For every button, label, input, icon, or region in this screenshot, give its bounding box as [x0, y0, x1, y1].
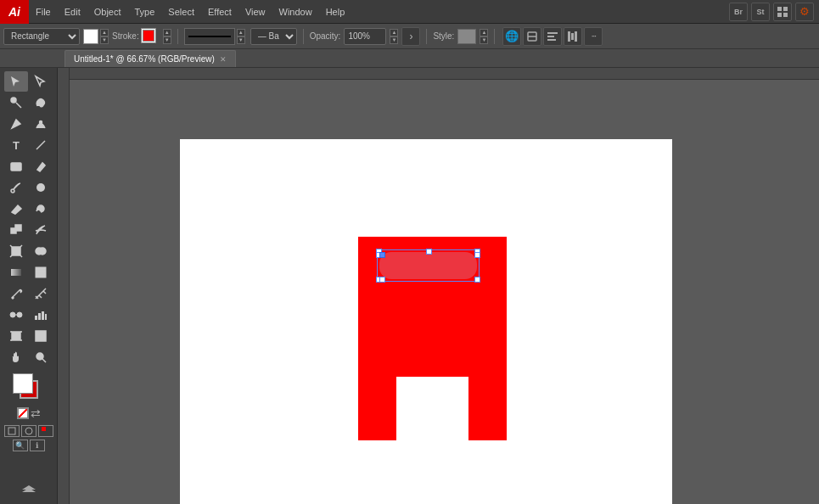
stroke-weight-down[interactable]: ▼: [237, 36, 245, 44]
svg-point-18: [11, 189, 14, 193]
document-tab[interactable]: Untitled-1* @ 66.67% (RGB/Preview) ✕: [65, 50, 236, 67]
measure-tool-btn[interactable]: [29, 283, 53, 304]
menu-file[interactable]: File: [29, 0, 58, 23]
tool-row-6: [4, 177, 53, 198]
style-up[interactable]: ▲: [480, 29, 488, 36]
align-left-icon-btn[interactable]: [543, 27, 562, 46]
artboard-tool-btn[interactable]: [4, 326, 28, 346]
opacity-stepper: ▲ ▼: [390, 29, 398, 44]
opacity-up[interactable]: ▲: [390, 29, 398, 36]
menu-view[interactable]: View: [238, 0, 272, 23]
pencil-tool-btn[interactable]: [29, 156, 53, 176]
slice-tool-btn[interactable]: [29, 326, 53, 346]
pen-tool-btn[interactable]: [4, 114, 28, 134]
style-swatch[interactable]: [457, 29, 476, 44]
stroke-weight-group: ▲ ▼: [184, 28, 245, 45]
variable-width-selector[interactable]: — Basic: [250, 28, 297, 45]
menu-edit[interactable]: Edit: [58, 0, 87, 23]
menu-effect[interactable]: Effect: [201, 0, 238, 23]
gradient-tool-btn[interactable]: [4, 262, 28, 283]
vertical-ruler: [58, 68, 70, 504]
search-btn[interactable]: 🔍: [13, 440, 28, 451]
sync-icon-btn[interactable]: ⚙: [795, 3, 814, 21]
line-tool-btn[interactable]: [29, 135, 53, 155]
none-swap-row: ⇄: [17, 407, 41, 419]
handle-mr[interactable]: [474, 252, 480, 258]
opacity-input[interactable]: [344, 28, 386, 45]
type-tool-btn[interactable]: T: [4, 135, 28, 155]
opacity-more-btn[interactable]: ›: [401, 27, 420, 46]
transform-icon-btn[interactable]: [523, 27, 541, 46]
stock-icon-btn[interactable]: St: [751, 3, 770, 21]
tool-row-4: T: [4, 135, 53, 155]
zoom-tool-btn[interactable]: [29, 347, 53, 367]
tool-row-2: [4, 92, 53, 113]
svg-rect-60: [42, 427, 46, 431]
free-transform-tool-btn[interactable]: [4, 241, 28, 261]
screen-mode-btn[interactable]: [4, 425, 20, 437]
stroke-weight-up[interactable]: ▲: [237, 29, 245, 36]
eraser-tool-btn[interactable]: [4, 199, 28, 219]
handle-tm[interactable]: [426, 249, 432, 255]
fill-up[interactable]: ▲: [100, 29, 109, 36]
svg-rect-1: [783, 7, 788, 11]
none-btn[interactable]: [17, 407, 29, 419]
direct-selection-tool-btn[interactable]: [29, 71, 53, 92]
info-btn[interactable]: ℹ: [30, 440, 45, 451]
svg-rect-44: [42, 311, 44, 320]
svg-point-14: [40, 121, 42, 124]
stroke-line: [188, 36, 231, 37]
stroke-color-swatch[interactable]: [143, 30, 154, 42]
shape-selector[interactable]: Rectangle: [3, 28, 80, 45]
scale-tool-btn[interactable]: [4, 220, 28, 240]
menu-items: File Edit Object Type Select Effect View…: [29, 0, 351, 23]
globe-icon-btn[interactable]: 🌐: [502, 27, 521, 46]
rectangle-tool-btn[interactable]: [4, 156, 28, 176]
fill-down[interactable]: ▼: [100, 36, 109, 44]
stroke-down[interactable]: ▼: [163, 36, 171, 44]
curvature-tool-btn[interactable]: [29, 114, 53, 134]
blob-brush-tool-btn[interactable]: [29, 177, 53, 198]
canvas-content[interactable]: [70, 80, 819, 504]
fill-color-btn[interactable]: [13, 373, 33, 394]
fill-swatch[interactable]: [83, 29, 98, 44]
warp-tool-btn[interactable]: [29, 220, 53, 240]
handle-br[interactable]: [474, 277, 480, 283]
rotate-tool-btn[interactable]: [29, 199, 53, 219]
opacity-down[interactable]: ▼: [390, 36, 398, 44]
arrange-icon-btn[interactable]: [773, 3, 792, 21]
hand-tool-btn[interactable]: [4, 347, 28, 367]
menu-help[interactable]: Help: [319, 0, 352, 23]
blend-tool-btn[interactable]: [4, 305, 28, 325]
lasso-tool-btn[interactable]: [29, 92, 53, 113]
menu-object[interactable]: Object: [87, 0, 128, 23]
distribute-icon-btn[interactable]: [564, 27, 582, 46]
shape-builder-tool-btn[interactable]: [29, 241, 53, 261]
menu-select[interactable]: Select: [161, 0, 201, 23]
svg-rect-45: [45, 314, 47, 320]
handle-bm[interactable]: [379, 277, 385, 283]
tool-row-10: [4, 262, 53, 283]
fill-stroke-area: ⇄: [13, 373, 45, 419]
bridge-icon-btn[interactable]: Br: [729, 3, 748, 21]
svg-line-38: [43, 291, 46, 294]
tab-close-btn[interactable]: ✕: [220, 55, 227, 64]
pixel-preview-btn[interactable]: [38, 425, 53, 437]
selected-rect-wrapper[interactable]: [379, 252, 477, 279]
magic-wand-tool-btn[interactable]: [4, 92, 28, 113]
gpu-preview-btn[interactable]: [21, 425, 36, 437]
menu-window[interactable]: Window: [272, 0, 319, 23]
more-options-btn[interactable]: ···: [584, 27, 603, 46]
stroke-up[interactable]: ▲: [163, 29, 171, 36]
style-down[interactable]: ▼: [480, 36, 488, 44]
mesh-tool-btn[interactable]: [29, 262, 53, 283]
menu-type[interactable]: Type: [128, 0, 162, 23]
eyedropper-tool-btn[interactable]: [4, 283, 28, 304]
expand-tools-btn[interactable]: [19, 484, 39, 497]
paintbrush-tool-btn[interactable]: [4, 177, 28, 198]
svg-rect-3: [783, 13, 788, 17]
selection-tool-btn[interactable]: [4, 71, 28, 92]
graph-tool-btn[interactable]: [29, 305, 53, 325]
tool-row-7: [4, 199, 53, 219]
swap-btn[interactable]: ⇄: [31, 407, 41, 419]
